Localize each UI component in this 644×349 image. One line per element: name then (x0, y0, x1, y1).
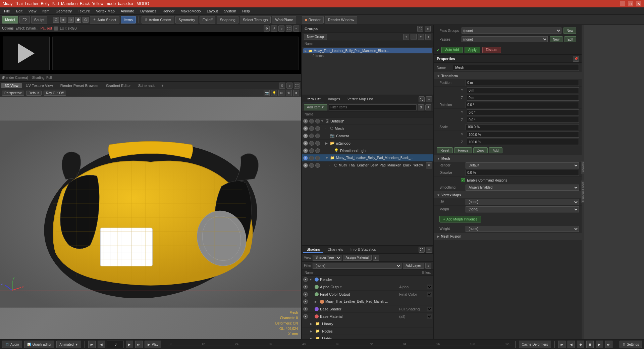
select-icon-3[interactable]: ◇ (68, 17, 74, 23)
position-z-input[interactable] (467, 95, 579, 101)
rotation-y-input[interactable] (467, 109, 579, 115)
add-item-button[interactable]: Add Item ▼ (304, 104, 327, 110)
m2modo-expand-icon[interactable]: ▶ (325, 142, 329, 145)
reset-button[interactable]: Reset (437, 147, 453, 153)
viewport-camera-icon[interactable]: 📷 (264, 90, 270, 96)
nodes-expand-icon[interactable]: ▶ (310, 330, 314, 333)
shader-vis-render[interactable]: ● (303, 277, 308, 282)
tab-shading[interactable]: Shading (303, 247, 323, 253)
shader-vis-muay[interactable]: ● (303, 299, 308, 304)
groups-icon-2[interactable]: − (411, 34, 417, 40)
tab-schematic[interactable]: Schematic (135, 83, 159, 88)
transport-btn-4[interactable]: ⏹ (586, 341, 594, 348)
next-frame-button[interactable]: ▶ (126, 341, 133, 348)
animated-button[interactable]: Animated ▼ (56, 341, 81, 348)
surface-tab[interactable]: Surface (581, 161, 585, 174)
tab-uv-texture[interactable]: UV Texture View (22, 83, 56, 88)
menu-item[interactable]: Item (40, 8, 52, 14)
close-button[interactable]: ✕ (636, 1, 641, 6)
minimize-button[interactable]: − (620, 1, 625, 6)
timeline[interactable] (168, 346, 512, 346)
item-list-f-btn[interactable]: F (425, 104, 431, 110)
menu-maxtomodo[interactable]: MaxToModo (178, 8, 204, 14)
group-item-0[interactable]: ▶ 📁 Muay_Thai_Leather_Belly_Pad_Maneken_… (303, 48, 432, 53)
item-vis-mesh[interactable]: ● (303, 126, 308, 131)
item-row-camera[interactable]: ● · 📷 Camera (302, 132, 433, 140)
sub-mesh-extra-icon[interactable]: ≡ (426, 162, 432, 168)
item-vis-light[interactable]: ● (303, 148, 308, 153)
shader-row-base-material[interactable]: ● Base Material (all) ▼ (302, 313, 433, 320)
item-panel-menu-icon[interactable]: ≡ (426, 96, 432, 102)
freeze-button[interactable]: Freeze (454, 147, 472, 153)
smoothing-select[interactable]: Always Enabled (466, 185, 579, 191)
render-button[interactable]: ■ Render (302, 16, 324, 23)
menu-file[interactable]: File (1, 8, 13, 14)
preview-options[interactable]: Options (2, 27, 13, 30)
menu-texture[interactable]: Texture (75, 8, 93, 14)
mesh-section-header[interactable]: ▼ Mesh (434, 155, 582, 162)
item-vis-m2modo[interactable]: ● (303, 141, 308, 146)
item-sel-sub-mesh[interactable] (309, 163, 314, 168)
item-lock-light[interactable] (315, 148, 320, 153)
muay-expand-icon[interactable]: ▶ (315, 300, 319, 303)
menu-vertexmap[interactable]: Vertex Map (93, 8, 117, 14)
item-sel-m2modo[interactable] (309, 141, 314, 146)
preview-menu-icon[interactable]: ≡ (293, 26, 299, 32)
shading-f-icon[interactable]: F (373, 255, 379, 261)
groups-expand-icon[interactable]: ⛶ (417, 26, 423, 32)
render-window-button[interactable]: Render Window (325, 16, 357, 23)
position-x-input[interactable] (466, 80, 579, 86)
frame-input[interactable] (107, 341, 124, 348)
viewport-grid-icon[interactable]: ⊞ (278, 90, 284, 96)
props-pin-icon[interactable]: 📌 (573, 56, 579, 62)
auto-add-button[interactable]: Auto Add (441, 47, 463, 53)
item-lock-group-main[interactable] (315, 156, 320, 160)
menu-system[interactable]: System (221, 8, 239, 14)
shading-expand-icon[interactable]: ⛶ (419, 247, 425, 253)
transport-btn-6[interactable]: ⏭ (605, 341, 612, 348)
passes-new-button[interactable]: New (550, 36, 562, 42)
groups-icon-4[interactable]: ≡ (425, 34, 431, 40)
select-icon-4[interactable]: ⬟ (75, 17, 81, 23)
shader-row-nodes[interactable]: ▶ 📁 Nodes (302, 328, 433, 335)
item-row-sub-mesh[interactable]: ● · ⬡ Muay_Thai_Leather_Belly_Pad_Maneke… (302, 162, 433, 169)
enable-cmd-regions-checkbox[interactable]: ✓ (461, 178, 465, 182)
item-lock-sub-mesh[interactable] (315, 163, 320, 168)
preview-refresh-icon[interactable]: ↺ (271, 26, 277, 32)
3d-mesh-canvas[interactable]: X Y Z Mesh Channels: 0 Deformers: ON GL:… (0, 89, 301, 339)
mode-f2-button[interactable]: F2 (19, 16, 30, 23)
prev-frame-button[interactable]: ◀ (98, 341, 105, 348)
falloff-button[interactable]: Falloff (200, 16, 216, 23)
shader-row-render[interactable]: ● ▼ Render (302, 276, 433, 283)
transform-header[interactable]: ▼ Transform (434, 72, 582, 79)
menu-animate[interactable]: Animate (118, 8, 137, 14)
assign-material-button[interactable]: Assign Material (343, 255, 372, 261)
apply-button[interactable]: Apply (465, 47, 480, 53)
shader-vis-alpha[interactable]: ● (303, 285, 308, 289)
audio-button[interactable]: 🎵 Audio (2, 341, 22, 348)
maximize-button[interactable]: □ (628, 1, 633, 6)
select-icon-5[interactable]: ⬠ (83, 17, 89, 23)
cache-deformers-button[interactable]: Cache Deformers (519, 341, 551, 348)
position-y-input[interactable] (467, 87, 579, 93)
shading-s-icon[interactable]: S (425, 263, 431, 269)
mode-model-button[interactable]: Model (2, 16, 18, 23)
uv-select[interactable]: (none) (466, 199, 579, 205)
select-icon-2[interactable]: ◈ (60, 17, 66, 23)
viewport-more-icon[interactable]: ≡ (293, 90, 299, 96)
transport-btn-2[interactable]: ◀ (568, 341, 575, 348)
viewport-settings-icon[interactable]: ⚙ (279, 83, 285, 89)
menu-render[interactable]: Render (160, 8, 177, 14)
item-panel-expand-icon[interactable]: ⛶ (419, 96, 425, 102)
skip-start-button[interactable]: ⏮ (88, 341, 96, 348)
item-sel-camera[interactable] (309, 134, 314, 138)
menu-view[interactable]: View (26, 8, 39, 14)
shader-row-alpha[interactable]: ● Alpha Output Alpha ▼ (302, 283, 433, 291)
transport-btn-1[interactable]: ⏮ (558, 341, 566, 348)
discard-button[interactable]: Discard (482, 47, 501, 53)
select-icon-1[interactable]: ⬡ (53, 17, 59, 23)
final-effect-select[interactable]: ▼ (427, 292, 432, 297)
skip-end-button[interactable]: ⏭ (135, 341, 143, 348)
shader-vis-final[interactable]: ● (303, 292, 308, 297)
item-list-s-btn[interactable]: S (418, 104, 424, 110)
